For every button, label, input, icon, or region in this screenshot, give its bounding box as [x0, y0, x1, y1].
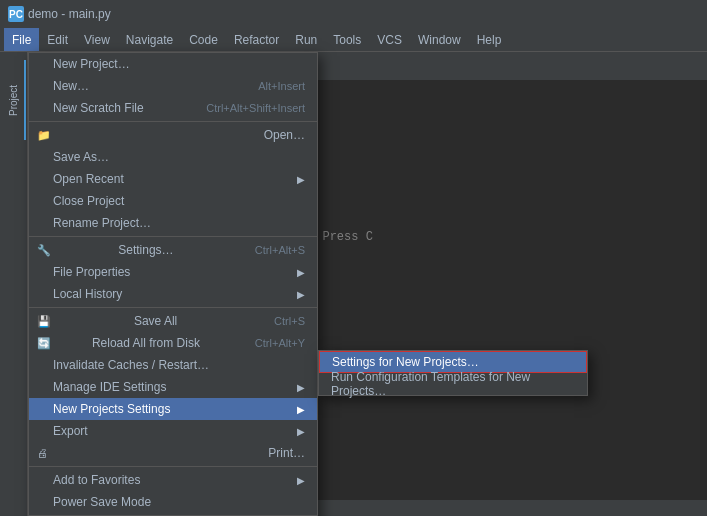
submenu-run-config-templates[interactable]: Run Configuration Templates for New Proj… — [319, 373, 587, 395]
new-projects-submenu: Settings for New Projects… Run Configura… — [318, 350, 588, 396]
menu-new-projects-settings[interactable]: New Projects Settings ▶ — [29, 398, 317, 420]
menu-open[interactable]: 📁 Open… — [29, 124, 317, 146]
title-bar-left: PC demo - main.py — [8, 6, 111, 22]
menu-file[interactable]: File — [4, 28, 39, 51]
menu-add-favorites[interactable]: Add to Favorites ▶ — [29, 469, 317, 491]
menu-tools[interactable]: Tools — [325, 28, 369, 51]
favorites-arrow: ▶ — [297, 475, 305, 486]
reload-icon: 🔄 — [37, 337, 53, 350]
file-dropdown: New Project… New… Alt+Insert New Scratch… — [28, 52, 318, 516]
menu-new[interactable]: New… Alt+Insert — [29, 75, 317, 97]
menu-power-save[interactable]: Power Save Mode — [29, 491, 317, 513]
separator-1 — [29, 121, 317, 122]
menu-window[interactable]: Window — [410, 28, 469, 51]
menu-open-recent[interactable]: Open Recent ▶ — [29, 168, 317, 190]
menu-code[interactable]: Code — [181, 28, 226, 51]
menu-new-project[interactable]: New Project… — [29, 53, 317, 75]
export-arrow: ▶ — [297, 426, 305, 437]
menu-invalidate-caches[interactable]: Invalidate Caches / Restart… — [29, 354, 317, 376]
menu-view[interactable]: View — [76, 28, 118, 51]
title-text: demo - main.py — [28, 7, 111, 21]
open-recent-arrow: ▶ — [297, 174, 305, 185]
new-projects-arrow: ▶ — [297, 404, 305, 415]
print-icon: 🖨 — [37, 447, 53, 459]
app-icon: PC — [8, 6, 24, 22]
menu-close-project[interactable]: Close Project — [29, 190, 317, 212]
folder-icon: 📁 — [37, 129, 53, 142]
menu-navigate[interactable]: Navigate — [118, 28, 181, 51]
file-props-arrow: ▶ — [297, 267, 305, 278]
menu-new-scratch[interactable]: New Scratch File Ctrl+Alt+Shift+Insert — [29, 97, 317, 119]
menu-run[interactable]: Run — [287, 28, 325, 51]
menu-export[interactable]: Export ▶ — [29, 420, 317, 442]
menu-edit[interactable]: Edit — [39, 28, 76, 51]
separator-4 — [29, 466, 317, 467]
sidebar-project-tab[interactable]: Project — [2, 60, 26, 140]
menu-reload-all[interactable]: 🔄 Reload All from Disk Ctrl+Alt+Y — [29, 332, 317, 354]
separator-3 — [29, 307, 317, 308]
menu-help[interactable]: Help — [469, 28, 510, 51]
save-icon: 💾 — [37, 315, 53, 328]
menu-rename-project[interactable]: Rename Project… — [29, 212, 317, 234]
menu-save-as[interactable]: Save As… — [29, 146, 317, 168]
sidebar: Project — [0, 52, 28, 516]
menu-file-properties[interactable]: File Properties ▶ — [29, 261, 317, 283]
wrench-icon: 🔧 — [37, 244, 53, 257]
menu-save-all[interactable]: 💾 Save All Ctrl+S — [29, 310, 317, 332]
menu-manage-ide[interactable]: Manage IDE Settings ▶ — [29, 376, 317, 398]
menu-print[interactable]: 🖨 Print… — [29, 442, 317, 464]
menu-vcs[interactable]: VCS — [369, 28, 410, 51]
menu-local-history[interactable]: Local History ▶ — [29, 283, 317, 305]
title-bar: PC demo - main.py — [0, 0, 707, 28]
local-history-arrow: ▶ — [297, 289, 305, 300]
menu-settings[interactable]: 🔧 Settings… Ctrl+Alt+S — [29, 239, 317, 261]
separator-2 — [29, 236, 317, 237]
manage-ide-arrow: ▶ — [297, 382, 305, 393]
menu-refactor[interactable]: Refactor — [226, 28, 287, 51]
menu-bar: File Edit View Navigate Code Refactor Ru… — [0, 28, 707, 52]
